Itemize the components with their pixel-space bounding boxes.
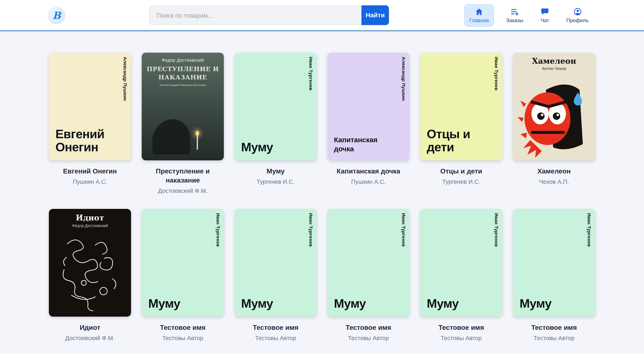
cover-vertical-author: Иван Тургенев [494, 57, 499, 91]
book-cover: Иван ТургеневМуму [513, 209, 595, 317]
product-card[interactable]: ИдиотФёдор Достоевский Идиот Достоевский… [49, 209, 131, 341]
product-author: Тестовы Автор [513, 335, 595, 341]
product-card[interactable]: Иван ТургеневМуму Тестовое имя Тестовы А… [234, 209, 316, 341]
cover-vertical-author: Александр Пушкин [123, 57, 128, 101]
cover-big-title: Муму [241, 297, 303, 310]
candle-flame-illustration [196, 131, 199, 136]
book-cover: Иван ТургеневМуму [234, 209, 316, 317]
nav-label: Профиль [566, 18, 588, 23]
book-cover: Иван ТургеневМуму [328, 209, 410, 317]
book-cover: Иван ТургеневМуму [420, 209, 502, 317]
product-card[interactable]: Александр ПушкинЕвгений Онегин Евгений О… [49, 53, 131, 194]
cover-big-title: Отцы и дети [427, 127, 488, 154]
product-grid: Александр ПушкинЕвгений Онегин Евгений О… [49, 53, 595, 341]
product-card[interactable]: Иван ТургеневМуму Тестовое имя Тестовы А… [142, 209, 224, 341]
product-card[interactable]: Александр ПушкинКапитанская дочка Капита… [328, 53, 410, 194]
cover-vertical-author: Иван Тургенев [401, 213, 406, 247]
cover-vertical-author: Иван Тургенев [216, 213, 220, 247]
app-header: В Найти Главная Заказы Чат Профиль [0, 0, 644, 31]
cover-big-title: Идиот [49, 213, 131, 222]
cover-vertical-author: Иван Тургенев [587, 213, 592, 247]
nav-label: Чат [540, 18, 549, 23]
main-nav: Главная Заказы Чат Профиль [464, 4, 594, 26]
product-author: Пушкин А.С. [49, 179, 131, 185]
product-card[interactable]: Иван ТургеневМуму Тестовое имя Тестовы А… [328, 209, 410, 341]
product-title: Тестовое имя [328, 323, 410, 332]
nav-label: Заказы [506, 18, 523, 23]
cover-big-title: Муму [241, 141, 303, 154]
chat-icon [540, 7, 549, 16]
orders-list-plus-icon [510, 7, 519, 16]
product-title: Идиот [49, 323, 131, 332]
cover-illustration [142, 109, 224, 160]
product-title: Муму [234, 167, 316, 176]
product-card[interactable]: ХамелеонАнтон Чехов Хамелеон Чехов А.П. [513, 53, 595, 194]
product-title: Евгений Онегин [49, 167, 131, 176]
product-title: Тестовое имя [234, 323, 316, 332]
book-cover: Иван ТургеневМуму [142, 209, 224, 317]
book-cover: Александр ПушкинЕвгений Онегин [49, 53, 131, 160]
nav-item-chat[interactable]: Чат [535, 4, 554, 26]
cover-big-title: Муму [148, 297, 210, 310]
book-cover: Александр ПушкинКапитанская дочка [328, 53, 410, 160]
product-card[interactable]: Иван ТургеневМуму Муму Тургенев И.С. [234, 53, 316, 194]
book-cover: Иван ТургеневМуму [234, 53, 316, 160]
search-bar: Найти [149, 6, 389, 25]
product-author: Тестовы Автор [234, 335, 316, 341]
profile-icon [573, 7, 582, 16]
cover-subtitle: Иллюстрации Михаила Бычкова [142, 83, 224, 87]
cover-big-title: Муму [520, 297, 581, 310]
logo-letter: В [52, 9, 61, 21]
product-author: Чехов А.П. [513, 179, 595, 185]
scribble-figure-illustration [55, 234, 125, 312]
nav-item-home[interactable]: Главная [464, 4, 494, 26]
cover-author-name: Федор Достоевский [142, 58, 224, 62]
catalog: Александр ПушкинЕвгений Онегин Евгений О… [0, 31, 644, 353]
cover-vertical-author: Иван Тургенев [308, 213, 313, 247]
book-cover: ИдиотФёдор Достоевский [49, 209, 131, 317]
product-author: Тестовы Автор [142, 335, 224, 341]
nav-label: Главная [469, 18, 489, 23]
cover-big-title: Преступление и наказание [142, 65, 224, 81]
cover-vertical-author: Александр Пушкин [401, 57, 406, 101]
book-cover: Федор ДостоевскийПреступление и наказани… [142, 53, 224, 160]
cover-author-name: Фёдор Достоевский [49, 223, 131, 228]
book-cover: ХамелеонАнтон Чехов [513, 53, 595, 160]
product-card[interactable]: Федор ДостоевскийПреступление и наказани… [142, 53, 224, 194]
cover-vertical-author: Иван Тургенев [494, 213, 499, 247]
logo[interactable]: В [48, 7, 65, 24]
product-author: Достоевский Ф.М. [142, 188, 224, 194]
product-author: Пушкин А.С. [328, 179, 410, 185]
cover-big-title: Хамелеон [513, 56, 595, 66]
product-title: Отцы и дети [420, 167, 502, 176]
product-author: Тестовы Автор [420, 335, 502, 341]
chameleon-cat-illustration [517, 82, 591, 159]
cover-big-title: Муму [334, 297, 396, 310]
cover-big-title: Капитанская дочка [334, 136, 396, 154]
product-title: Хамелеон [513, 167, 595, 176]
nav-item-orders[interactable]: Заказы [501, 4, 528, 26]
product-title: Капитанская дочка [328, 167, 410, 176]
product-card[interactable]: Иван ТургеневМуму Тестовое имя Тестовы А… [513, 209, 595, 341]
product-card[interactable]: Иван ТургеневОтцы и дети Отцы и дети Тур… [420, 53, 502, 194]
cover-author-name: Антон Чехов [513, 66, 595, 71]
product-title: Тестовое имя [142, 323, 224, 332]
product-author: Тургенев И.С. [420, 179, 502, 185]
product-author: Достоевский Ф.М. [49, 335, 131, 341]
product-card[interactable]: Иван ТургеневМуму Тестовое имя Тестовы А… [420, 209, 502, 341]
search-input[interactable] [149, 6, 362, 25]
cover-big-title: Муму [427, 297, 488, 310]
nav-item-profile[interactable]: Профиль [561, 4, 594, 26]
search-button[interactable]: Найти [362, 6, 389, 25]
book-cover: Иван ТургеневОтцы и дети [420, 53, 502, 160]
home-icon [475, 7, 484, 16]
app-root: В Найти Главная Заказы Чат Профиль [0, 0, 644, 354]
product-author: Тестовы Автор [328, 335, 410, 341]
cover-big-title: Евгений Онегин [56, 127, 117, 154]
product-title: Преступление и наказание [142, 167, 224, 185]
cover-vertical-author: Иван Тургенев [308, 57, 313, 91]
product-title: Тестовое имя [513, 323, 595, 332]
product-title: Тестовое имя [420, 323, 502, 332]
product-author: Тургенев И.С. [234, 179, 316, 185]
